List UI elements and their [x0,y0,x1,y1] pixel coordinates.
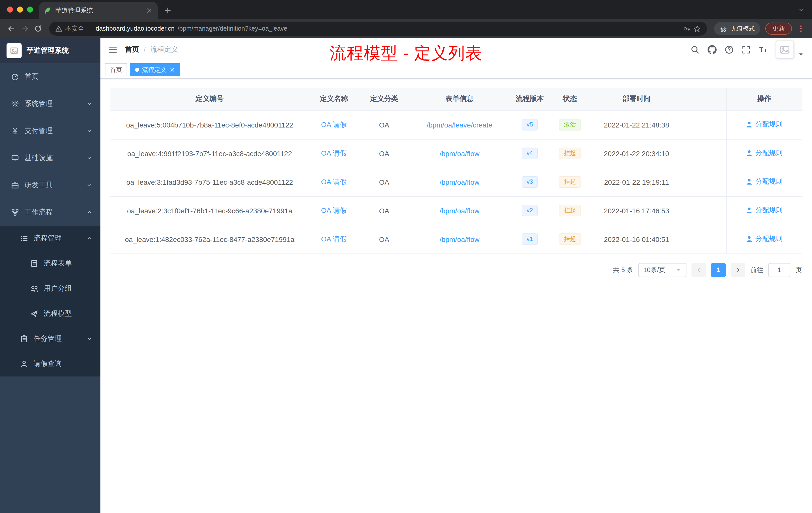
form-link[interactable]: /bpm/oa/flow [440,235,480,243]
sidebar-item-label: 流程管理 [34,234,62,243]
bookmark-star-icon[interactable] [694,25,701,32]
tab-close-icon[interactable] [146,7,153,14]
caret-down-icon[interactable] [798,51,804,57]
cell-actions: 分配规则 [726,111,802,139]
assign-rule-link[interactable]: 分配规则 [746,120,783,129]
definition-name-link[interactable]: OA 请假 [321,177,347,185]
image-icon [780,45,790,55]
version-badge: v4 [522,147,538,159]
tag-close-icon[interactable] [169,67,175,73]
sidebar-item-label: 流程表单 [44,259,72,268]
sidebar-item-label: 用户分组 [44,284,72,293]
cell-actions: 分配规则 [726,196,802,225]
cell-deploy-time: 2022-01-22 20:34:10 [590,139,683,168]
fullscreen-icon[interactable] [742,45,751,54]
url-path: /bpm/manager/definition?key=oa_leave [177,25,287,32]
sidebar-item[interactable]: 流程表单 [0,251,100,276]
next-page-button[interactable] [731,263,745,277]
window-zoom-button[interactable] [27,6,33,12]
sidebar-item[interactable]: 系统管理 [0,90,100,117]
definition-name-link[interactable]: OA 请假 [321,206,347,214]
address-bar[interactable]: 不安全 dashboard.yudao.iocoder.cn/bpm/manag… [49,22,707,36]
github-icon[interactable] [707,45,717,54]
column-header: 表单信息 [409,88,510,111]
definition-name-link[interactable]: OA 请假 [321,149,347,157]
sidebar-item[interactable]: 用户分组 [0,276,100,301]
form-link[interactable]: /bpm/oa/flow [440,149,480,157]
assign-rule-link[interactable]: 分配规则 [746,177,783,186]
window-close-button[interactable] [7,6,13,12]
form-link[interactable]: /bpm/oa/flow [440,178,480,186]
new-tab-button[interactable] [164,6,172,14]
sidebar-item[interactable]: 首页 [0,63,100,90]
assign-rule-link[interactable]: 分配规则 [746,206,783,215]
prev-page-button[interactable] [692,263,706,277]
column-header: 操作 [726,88,802,111]
cell-deploy-time: 2022-01-16 01:40:51 [590,225,683,253]
form-link[interactable]: /bpm/oa/flow [440,207,480,215]
page-1-button[interactable]: 1 [711,263,726,277]
sidebar-item[interactable]: 流程管理 [0,226,100,251]
sidebar-item[interactable]: 流程模型 [0,301,100,326]
spacer-cell [683,225,726,253]
sidebar-item-label: 支付管理 [25,126,53,135]
view-tag[interactable]: 流程定义 [130,63,180,76]
logo-image [6,43,22,58]
cell-category: OA [359,196,409,225]
cell-version: v5 [510,111,550,139]
cell-deploy-time: 2022-01-16 17:46:53 [590,196,683,225]
back-icon[interactable] [7,24,16,33]
sidebar-item[interactable]: 研发工具 [0,172,100,199]
tab-search-icon[interactable] [798,6,805,13]
help-icon[interactable] [725,45,734,54]
cell-category: OA [359,139,409,168]
assign-rule-link[interactable]: 分配规则 [746,234,783,243]
form-link[interactable]: /bpm/oa/leave/create [427,121,492,129]
page-size-select[interactable]: 10条/页 [638,263,687,277]
definition-name-link[interactable]: OA 请假 [321,120,347,128]
page-unit-label: 页 [795,265,802,274]
goto-page-input[interactable] [768,263,790,277]
cell-version: v1 [510,225,550,253]
cell-form-info: /bpm/oa/flow [409,225,510,253]
task-icon [20,335,28,343]
breadcrumb-home[interactable]: 首页 [125,45,139,54]
search-icon[interactable] [691,45,699,54]
sidebar-item[interactable]: 请假查询 [0,351,100,376]
caret-down-icon [675,267,682,273]
assign-rule-link[interactable]: 分配规则 [746,149,783,158]
cell-definition-id: oa_leave:3:1fad3d93-7b75-11ec-a3c8-acde4… [111,168,309,196]
avatar[interactable] [776,41,794,59]
svg-text:T: T [759,46,763,53]
sidebar-menu: 首页系统管理支付管理基础设施研发工具工作流程流程管理流程表单用户分组流程模型任务… [0,63,100,376]
dashboard-icon [11,73,19,81]
font-size-icon[interactable]: TT [759,45,768,54]
status-badge: 激活 [559,119,581,130]
chevron-right-icon [734,266,742,273]
paper-plane-icon [30,310,38,318]
view-tag[interactable]: 首页 [105,63,127,76]
column-header: 状态 [550,88,590,111]
sidebar-item[interactable]: 基础设施 [0,145,100,172]
password-key-icon[interactable] [683,25,691,32]
sidebar-item-label: 基础设施 [25,154,53,163]
browser-menu-icon[interactable] [797,25,805,33]
sidebar-item[interactable]: 任务管理 [0,326,100,351]
user-icon [746,150,753,157]
reload-icon[interactable] [34,25,42,33]
hamburger-icon[interactable] [109,45,117,54]
update-button[interactable]: 更新 [765,23,792,35]
definition-name-link[interactable]: OA 请假 [321,235,347,243]
browser-tab[interactable]: 芋道管理系统 [39,2,158,19]
sidebar-item[interactable]: 支付管理 [0,117,100,145]
version-badge: v1 [522,233,538,245]
status-badge: 挂起 [559,176,581,188]
sidebar: 芋道管理系统 首页系统管理支付管理基础设施研发工具工作流程流程管理流程表单用户分… [0,38,100,513]
divider [90,25,90,32]
forward-icon[interactable] [21,24,29,33]
cell-category: OA [359,225,409,253]
user-icon [746,121,753,128]
window-minimize-button[interactable] [17,6,23,12]
sidebar-item[interactable]: 工作流程 [0,199,100,226]
monitor-icon [11,154,19,162]
